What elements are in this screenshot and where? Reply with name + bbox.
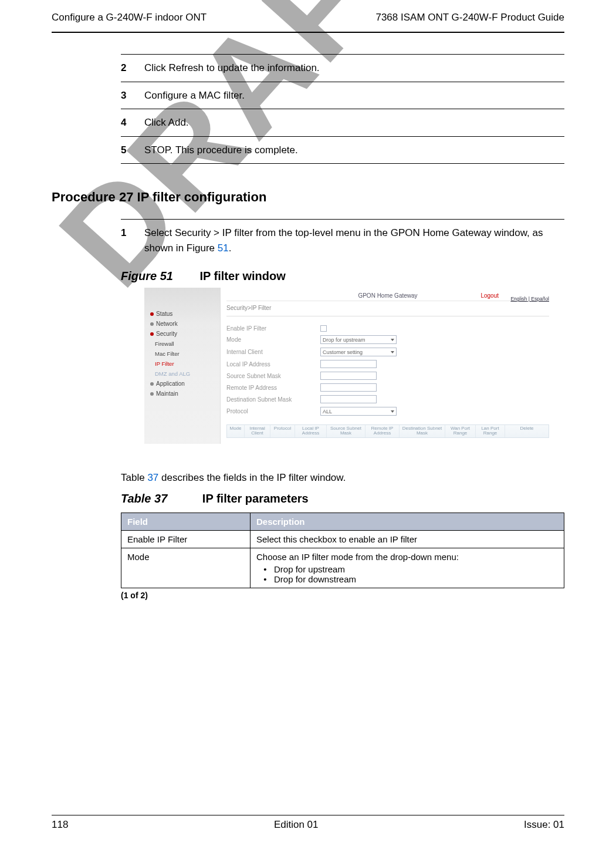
bullet-icon [150, 312, 154, 316]
lang-espanol-link[interactable]: Español [531, 296, 549, 302]
table-caption: Table 37 IP filter parameters [121, 492, 564, 505]
local-ip-input[interactable] [320, 360, 377, 368]
enable-ip-filter-checkbox[interactable] [320, 325, 327, 332]
body-a: Table [121, 472, 147, 483]
figure-number: Figure 51 [121, 269, 173, 282]
mode-select[interactable]: Drop for upstream [320, 335, 397, 344]
select-value: Customer setting [323, 349, 363, 355]
hdr-internal-client: Internal Client [245, 425, 270, 437]
step-2: 2 Click Refresh to update the informatio… [121, 54, 564, 82]
sidebar-sub-firewall[interactable]: Firewall [144, 339, 220, 349]
step-number: 1 [121, 225, 129, 255]
row-mode: Mode Drop for upstream [226, 333, 549, 346]
ss-title: GPON Home Gateway [358, 292, 417, 299]
row-local-ip: Local IP Address [226, 358, 549, 370]
hdr-delete: Delete [505, 425, 549, 437]
dst-mask-input[interactable] [320, 395, 377, 403]
step-3: 3 Configure a MAC filter. [121, 82, 564, 109]
step-text-a: Select Security > IP filter from the top… [144, 227, 543, 254]
hdr-protocol: Protocol [270, 425, 295, 437]
table-link[interactable]: 37 [147, 472, 158, 483]
remote-ip-input[interactable] [320, 383, 377, 392]
chevron-down-icon [391, 410, 394, 413]
field-label: Mode [226, 336, 320, 343]
body-b: describes the fields in the IP filter wi… [158, 472, 346, 483]
footer-center: Edition 01 [274, 819, 319, 831]
step-text: Click Add. [144, 115, 564, 130]
field-label: Protocol [226, 408, 320, 414]
ss-sidebar: Status Network Security Firewall Mac Fil… [144, 288, 221, 444]
step-text-b: . [229, 242, 232, 254]
cell-li: Drop for downstream [274, 574, 558, 584]
bullet-icon [150, 332, 154, 336]
header-right: 7368 ISAM ONT G-240W-F Product Guide [375, 12, 564, 23]
ss-title-row: GPON Home Gateway Logout [226, 291, 549, 301]
sidebar-item-status[interactable]: Status [144, 309, 220, 319]
internal-client-select[interactable]: Customer setting [320, 348, 397, 356]
hdr-mode: Mode [227, 425, 245, 437]
row-dst-mask: Destination Subnet Mask [226, 393, 549, 405]
protocol-select[interactable]: ALL [320, 407, 397, 416]
step-5: 5 STOP. This procedure is complete. [121, 136, 564, 164]
sidebar-label: Network [156, 321, 178, 327]
hdr-lan-port: Lan Port Range [476, 425, 505, 437]
cell-desc-head: Choose an IP filter mode from the drop-d… [256, 552, 459, 562]
sidebar-sub-mac-filter[interactable]: Mac Filter [144, 349, 220, 359]
sidebar-item-application[interactable]: Application [144, 379, 220, 389]
cell-desc: Select this checkbox to enable an IP fil… [251, 530, 564, 548]
step-text: STOP. This procedure is complete. [144, 143, 564, 158]
body-text: Table 37 describes the fields in the IP … [121, 472, 564, 484]
procedure-heading: Procedure 27 IP filter configuration [52, 190, 564, 205]
cell-li: Drop for upstream [274, 564, 558, 574]
table-pager: (1 of 2) [121, 591, 564, 600]
chevron-down-icon [391, 339, 394, 341]
step-number: 3 [121, 88, 129, 103]
sidebar-sub-dmz-alg[interactable]: DMZ and ALG [144, 369, 220, 379]
field-label: Internal Client [226, 349, 320, 355]
row-src-mask: Source Subnet Mask [226, 370, 549, 382]
th-field: Field [121, 513, 251, 530]
sidebar-item-maintain[interactable]: Maintain [144, 389, 220, 399]
sidebar-label: Maintain [156, 390, 178, 397]
chevron-down-icon [391, 351, 394, 353]
table-number: Table 37 [121, 492, 167, 505]
field-label: Source Subnet Mask [226, 373, 320, 379]
hdr-remote-ip: Remote IP Address [365, 425, 400, 437]
table-row: Mode Choose an IP filter mode from the d… [121, 548, 564, 588]
cell-field: Mode [121, 548, 251, 588]
step-number: 2 [121, 60, 129, 76]
lang-english-link[interactable]: English [510, 296, 527, 302]
step-1: 1 Select Security > IP filter from the t… [121, 219, 564, 261]
row-enable-ip-filter: Enable IP Filter [226, 323, 549, 333]
logout-link[interactable]: Logout [480, 292, 499, 299]
row-internal-client: Internal Client Customer setting [226, 346, 549, 358]
table-header-row: Field Description [121, 513, 564, 530]
sidebar-item-network[interactable]: Network [144, 319, 220, 329]
field-label: Enable IP Filter [226, 325, 320, 332]
sidebar-label: Status [156, 311, 172, 317]
language-links: English | Español [510, 296, 549, 302]
row-remote-ip: Remote IP Address [226, 382, 549, 393]
ss-main: GPON Home Gateway Logout English | Españ… [221, 288, 555, 444]
cell-desc: Choose an IP filter mode from the drop-d… [251, 548, 564, 588]
sidebar-sub-ip-filter[interactable]: IP Filter [144, 359, 220, 369]
footer-page-number: 118 [52, 819, 68, 831]
step-text: Configure a MAC filter. [144, 88, 564, 103]
select-value: Drop for upstream [323, 337, 365, 343]
footer-right: Issue: 01 [524, 819, 564, 831]
figure-caption: Figure 51 IP filter window [121, 269, 564, 283]
hdr-local-ip: Local IP Address [295, 425, 327, 437]
src-mask-input[interactable] [320, 372, 377, 380]
th-description: Description [251, 513, 564, 530]
cell-field: Enable IP Filter [121, 530, 251, 548]
hdr-src-mask: Source Subnet Mask [327, 425, 365, 437]
figure-link[interactable]: 51 [218, 242, 229, 254]
step-text: Click Refresh to update the information. [144, 60, 564, 76]
step-text: Select Security > IP filter from the top… [144, 225, 564, 255]
page-footer: 118 Edition 01 Issue: 01 [52, 815, 564, 831]
figure-title: IP filter window [199, 269, 285, 282]
field-label: Local IP Address [226, 361, 320, 368]
sidebar-item-security[interactable]: Security [144, 329, 220, 339]
step-number: 4 [121, 115, 129, 130]
table-row: Enable IP Filter Select this checkbox to… [121, 530, 564, 548]
